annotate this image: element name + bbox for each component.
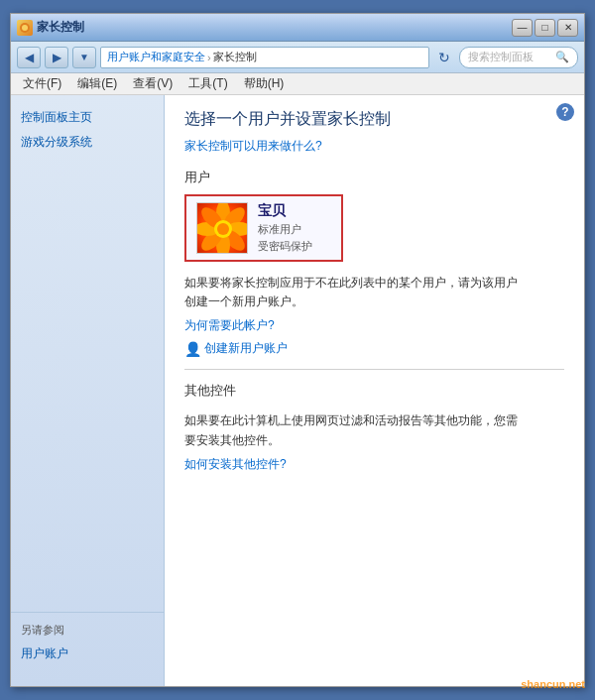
main-area: 控制面板主页 游戏分级系统 另请参阅 用户账户 ? 选择一个用户并设置家长控制 …	[11, 95, 584, 686]
svg-point-1	[22, 25, 28, 31]
menu-view[interactable]: 查看(V)	[125, 73, 180, 94]
create-user-icon: 👤	[184, 341, 200, 357]
user-protected: 受密码保护	[258, 239, 312, 254]
search-bar[interactable]: 搜索控制面板 🔍	[459, 47, 578, 68]
users-section-title: 用户	[184, 169, 564, 186]
menu-tools[interactable]: 工具(T)	[180, 73, 235, 94]
breadcrumb-item-1[interactable]: 用户账户和家庭安全	[107, 50, 205, 64]
back-button[interactable]: ◀	[17, 47, 41, 68]
sidebar-top: 控制面板主页 游戏分级系统	[11, 105, 164, 155]
why-account-link[interactable]: 为何需要此帐户?	[184, 318, 275, 332]
create-user-label: 创建新用户账户	[204, 340, 288, 357]
watermark-text: shancun	[521, 678, 565, 690]
sidebar-item-home[interactable]: 控制面板主页	[21, 105, 154, 130]
watermark: shancun.net	[521, 678, 585, 690]
menubar: 文件(F) 编辑(E) 查看(V) 工具(T) 帮助(H)	[11, 73, 584, 95]
close-button[interactable]: ✕	[557, 19, 578, 37]
search-icon: 🔍	[555, 51, 569, 63]
sidebar: 控制面板主页 游戏分级系统 另请参阅 用户账户	[11, 95, 165, 686]
titlebar: 家长控制 — □ ✕	[11, 14, 584, 42]
user-info: 宝贝 标准用户 受密码保护	[258, 202, 312, 254]
breadcrumb-separator: ›	[207, 52, 211, 63]
help-icon[interactable]: ?	[556, 103, 574, 121]
svg-point-11	[217, 223, 229, 235]
sidebar-item-user-accounts[interactable]: 用户账户	[21, 642, 154, 666]
breadcrumb-item-2: 家长控制	[213, 50, 257, 64]
users-description: 如果要将家长控制应用于不在此列表中的某个用户，请为该用户创建一个新用户账户。	[184, 274, 522, 311]
watermark-suffix: .net	[565, 678, 585, 690]
avatar-image	[197, 203, 247, 253]
up-button[interactable]: ▼	[72, 47, 96, 68]
forward-button[interactable]: ▶	[45, 47, 68, 68]
menu-help[interactable]: 帮助(H)	[236, 73, 293, 94]
other-controls-description: 如果要在此计算机上使用网页过滤和活动报告等其他功能，您需要安装其他控件。	[184, 411, 522, 449]
avatar	[196, 202, 248, 254]
user-card[interactable]: 宝贝 标准用户 受密码保护	[184, 194, 343, 262]
parental-control-help-link[interactable]: 家长控制可以用来做什么?	[184, 139, 322, 153]
titlebar-controls: — □ ✕	[512, 19, 578, 37]
create-user-link[interactable]: 👤 创建新用户账户	[184, 340, 564, 357]
page-title: 选择一个用户并设置家长控制	[184, 109, 564, 130]
sidebar-item-games[interactable]: 游戏分级系统	[21, 130, 154, 155]
addressbar: ◀ ▶ ▼ 用户账户和家庭安全 › 家长控制 ↻ 搜索控制面板 🔍	[11, 42, 584, 73]
sidebar-bottom: 另请参阅 用户账户	[11, 612, 164, 676]
refresh-button[interactable]: ↻	[433, 47, 455, 68]
minimize-button[interactable]: —	[512, 19, 533, 37]
install-controls-link[interactable]: 如何安装其他控件?	[184, 457, 287, 471]
content-panel: ? 选择一个用户并设置家长控制 家长控制可以用来做什么? 用户	[165, 95, 584, 686]
menu-edit[interactable]: 编辑(E)	[69, 73, 125, 94]
main-window: 家长控制 — □ ✕ ◀ ▶ ▼ 用户账户和家庭安全 › 家长控制 ↻ 搜索控制…	[10, 13, 585, 687]
window-icon	[17, 20, 33, 36]
search-placeholder: 搜索控制面板	[468, 50, 534, 64]
also-see-title: 另请参阅	[21, 623, 154, 638]
section-divider	[184, 369, 564, 370]
breadcrumb: 用户账户和家庭安全 › 家长控制	[100, 47, 429, 68]
user-name: 宝贝	[258, 202, 312, 220]
other-controls-title: 其他控件	[184, 382, 564, 400]
maximize-button[interactable]: □	[535, 19, 555, 37]
menu-file[interactable]: 文件(F)	[15, 73, 69, 94]
titlebar-left: 家长控制	[17, 19, 84, 36]
window-title: 家长控制	[37, 19, 84, 36]
user-type: 标准用户	[258, 222, 312, 237]
